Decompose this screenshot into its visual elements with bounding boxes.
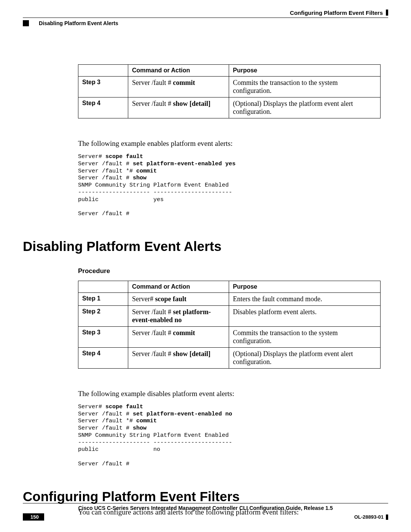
step-cell: Step 1 <box>78 292 128 305</box>
step-cell: Step 3 <box>78 326 128 347</box>
table-row: Step 2 Server /fault # set platform-even… <box>78 305 381 326</box>
table-row: Step 4 Server /fault # show [detail] (Op… <box>78 347 381 368</box>
heading-configuring: Configuring Platform Event Filters <box>23 489 388 504</box>
section-mark-icon <box>23 20 29 26</box>
sub-header: Disabling Platform Event Alerts <box>23 20 388 26</box>
purpose-cell: Commits the transaction to the system co… <box>229 326 381 347</box>
col-purpose: Purpose <box>229 281 381 292</box>
col-command: Command or Action <box>128 65 229 77</box>
heading-disabling: Disabling Platform Event Alerts <box>23 239 388 254</box>
cli-example-disable: Server# scope fault Server /fault # set … <box>78 404 381 468</box>
table-header-row: Command or Action Purpose <box>78 281 381 292</box>
procedure-label: Procedure <box>78 267 381 275</box>
purpose-cell: Enters the fault command mode. <box>229 292 381 305</box>
command-cell: Server# scope fault <box>128 292 229 305</box>
footer-mark-icon <box>386 514 388 520</box>
running-header: Configuring Platform Event Filters <box>23 10 388 17</box>
step-cell: Step 2 <box>78 305 128 326</box>
header-mark-icon <box>386 10 388 16</box>
header-rule <box>23 18 388 18</box>
table-row: Step 1 Server# scope fault Enters the fa… <box>78 292 381 305</box>
step-cell: Step 3 <box>78 77 128 97</box>
purpose-cell: (Optional) Displays the platform event a… <box>229 97 381 118</box>
page-footer: Cisco UCS C-Series Servers Integrated Ma… <box>23 503 388 521</box>
purpose-cell: Disables platform event alerts. <box>229 305 381 326</box>
step-cell: Step 4 <box>78 97 128 118</box>
table-row: Step 4 Server /fault # show [detail] (Op… <box>78 97 381 118</box>
purpose-cell: (Optional) Displays the platform event a… <box>229 347 381 368</box>
page-number: 150 <box>23 513 44 521</box>
doc-id: OL-28893-01 <box>354 514 384 520</box>
command-cell: Server /fault # commit <box>128 326 229 347</box>
table-row: Step 3 Server /fault # commit Commits th… <box>78 326 381 347</box>
procedure-table-continued: Command or Action Purpose Step 3 Server … <box>78 64 381 118</box>
cli-example-enable: Server# scope fault Server /fault # set … <box>78 153 381 218</box>
step-cell: Step 4 <box>78 347 128 368</box>
example-intro: The following example disables platform … <box>78 390 381 398</box>
command-cell: Server /fault # show [detail] <box>128 347 229 368</box>
footer-doc-title: Cisco UCS C-Series Servers Integrated Ma… <box>23 505 388 511</box>
col-purpose: Purpose <box>229 65 381 77</box>
table-header-row: Command or Action Purpose <box>78 65 381 77</box>
col-command: Command or Action <box>128 281 229 292</box>
table-row: Step 3 Server /fault # commit Commits th… <box>78 77 381 97</box>
footer-rule <box>23 503 388 503</box>
col-step <box>78 281 128 292</box>
col-step <box>78 65 128 77</box>
command-cell: Server /fault # commit <box>128 77 229 97</box>
example-intro: The following example enables platform e… <box>78 139 381 148</box>
chapter-title: Configuring Platform Event Filters <box>290 10 383 16</box>
section-title: Disabling Platform Event Alerts <box>39 20 118 26</box>
command-cell: Server /fault # show [detail] <box>128 97 229 118</box>
purpose-cell: Commits the transaction to the system co… <box>229 77 381 97</box>
command-cell: Server /fault # set platform-event-enabl… <box>128 305 229 326</box>
procedure-table-disable: Command or Action Purpose Step 1 Server#… <box>78 281 381 369</box>
